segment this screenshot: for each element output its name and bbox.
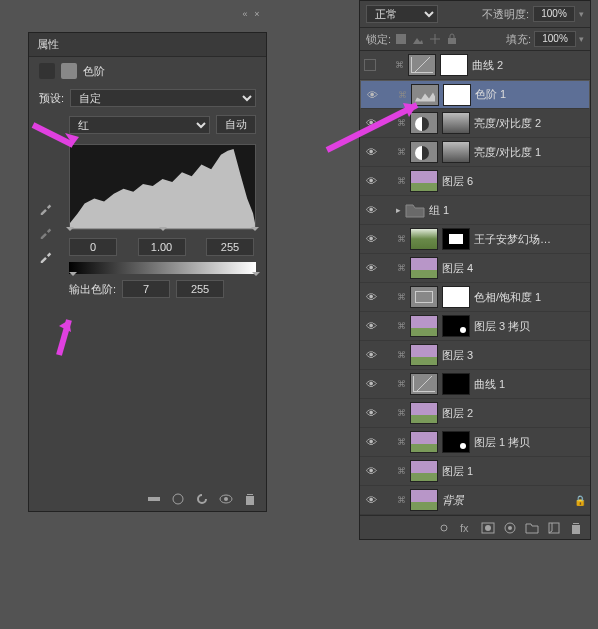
layer-thumbnail[interactable] bbox=[410, 431, 438, 453]
lock-image-icon[interactable] bbox=[411, 32, 425, 46]
visibility-toggle-icon[interactable]: 👁 bbox=[364, 348, 378, 362]
fill-field[interactable]: 100% bbox=[534, 31, 576, 47]
layer-row[interactable]: 👁⌘图层 3 拷贝 bbox=[360, 312, 590, 341]
layer-name[interactable]: 图层 1 拷贝 bbox=[474, 435, 530, 450]
visibility-toggle-icon[interactable]: 👁 bbox=[364, 174, 378, 188]
group-icon[interactable] bbox=[524, 520, 540, 536]
layer-mask-thumbnail[interactable] bbox=[442, 141, 470, 163]
black-point-eyedropper-icon[interactable] bbox=[39, 201, 53, 215]
trash-icon[interactable] bbox=[568, 520, 584, 536]
layer-row[interactable]: 👁⌘亮度/对比度 2 bbox=[360, 109, 590, 138]
reset-icon[interactable] bbox=[194, 491, 210, 507]
layer-mask-thumbnail[interactable] bbox=[442, 315, 470, 337]
layer-mask-thumbnail[interactable] bbox=[443, 84, 471, 106]
layer-row[interactable]: 👁⌘色相/饱和度 1 bbox=[360, 283, 590, 312]
layer-checkbox[interactable] bbox=[364, 59, 376, 71]
lock-position-icon[interactable] bbox=[428, 32, 442, 46]
layer-thumbnail[interactable] bbox=[410, 402, 438, 424]
layer-name[interactable]: 图层 2 bbox=[442, 406, 473, 421]
visibility-toggle-icon[interactable]: 👁 bbox=[364, 116, 378, 130]
mask-add-icon[interactable] bbox=[480, 520, 496, 536]
layer-row[interactable]: 👁⌘亮度/对比度 1 bbox=[360, 138, 590, 167]
visibility-toggle-icon[interactable]: 👁 bbox=[364, 464, 378, 478]
channel-select[interactable]: 红 bbox=[69, 116, 210, 134]
layer-row[interactable]: 👁▸组 1 bbox=[360, 196, 590, 225]
layer-mask-thumbnail[interactable] bbox=[442, 228, 470, 250]
layer-row[interactable]: ⌘曲线 2 bbox=[360, 51, 590, 80]
layer-row[interactable]: 👁⌘图层 2 bbox=[360, 399, 590, 428]
layer-name[interactable]: 亮度/对比度 2 bbox=[474, 116, 541, 131]
visibility-toggle-icon[interactable]: 👁 bbox=[365, 88, 379, 102]
layer-name[interactable]: 图层 6 bbox=[442, 174, 473, 189]
close-icon[interactable]: × bbox=[252, 9, 262, 19]
layer-mask-thumbnail[interactable] bbox=[442, 286, 470, 308]
visibility-toggle-icon[interactable]: 👁 bbox=[364, 232, 378, 246]
layer-row[interactable]: 👁⌘图层 4 bbox=[360, 254, 590, 283]
layer-name[interactable]: 曲线 2 bbox=[472, 58, 503, 73]
layer-mask-thumbnail[interactable] bbox=[442, 112, 470, 134]
visibility-icon[interactable] bbox=[218, 491, 234, 507]
visibility-toggle-icon[interactable]: 👁 bbox=[364, 290, 378, 304]
layer-name[interactable]: 王子安梦幻场… bbox=[474, 232, 551, 247]
opacity-field[interactable]: 100% bbox=[533, 6, 575, 22]
input-black-field[interactable]: 0 bbox=[69, 238, 117, 256]
layer-thumbnail[interactable] bbox=[408, 54, 436, 76]
fill-dropdown-icon[interactable]: ▾ bbox=[579, 34, 584, 44]
fx-icon[interactable]: fx bbox=[458, 520, 474, 536]
histogram-display[interactable] bbox=[69, 144, 256, 230]
preset-select[interactable]: 自定 bbox=[70, 89, 256, 107]
adjustment-add-icon[interactable] bbox=[502, 520, 518, 536]
layer-thumbnail[interactable] bbox=[410, 286, 438, 308]
group-expand-icon[interactable]: ▸ bbox=[396, 205, 401, 215]
output-black-field[interactable]: 7 bbox=[122, 280, 170, 298]
layer-row[interactable]: 👁⌘图层 1 bbox=[360, 457, 590, 486]
layer-name[interactable]: 亮度/对比度 1 bbox=[474, 145, 541, 160]
lock-transparent-icon[interactable] bbox=[394, 32, 408, 46]
layer-thumbnail[interactable] bbox=[410, 170, 438, 192]
output-white-field[interactable]: 255 bbox=[176, 280, 224, 298]
layer-row[interactable]: 👁⌘色阶 1 bbox=[360, 80, 590, 109]
visibility-toggle-icon[interactable]: 👁 bbox=[364, 493, 378, 507]
output-white-slider[interactable] bbox=[252, 272, 260, 280]
output-gradient[interactable] bbox=[69, 262, 256, 274]
layer-thumbnail[interactable] bbox=[410, 344, 438, 366]
visibility-toggle-icon[interactable]: 👁 bbox=[364, 203, 378, 217]
white-point-eyedropper-icon[interactable] bbox=[39, 249, 53, 263]
input-gamma-field[interactable]: 1.00 bbox=[138, 238, 186, 256]
layer-row[interactable]: 👁⌘图层 6 bbox=[360, 167, 590, 196]
layer-thumbnail[interactable] bbox=[410, 257, 438, 279]
visibility-toggle-icon[interactable]: 👁 bbox=[364, 261, 378, 275]
lock-all-icon[interactable] bbox=[445, 32, 459, 46]
output-black-slider[interactable] bbox=[69, 272, 77, 280]
layer-name[interactable]: 图层 3 拷贝 bbox=[474, 319, 530, 334]
layer-name[interactable]: 组 1 bbox=[429, 203, 449, 218]
layer-row[interactable]: 👁⌘图层 1 拷贝 bbox=[360, 428, 590, 457]
visibility-toggle-icon[interactable]: 👁 bbox=[364, 145, 378, 159]
blend-mode-select[interactable]: 正常 bbox=[366, 5, 438, 23]
input-white-field[interactable]: 255 bbox=[206, 238, 254, 256]
layer-row[interactable]: 👁⌘背景🔒 bbox=[360, 486, 590, 515]
visibility-toggle-icon[interactable]: 👁 bbox=[364, 319, 378, 333]
layer-thumbnail[interactable] bbox=[410, 228, 438, 250]
levels-adjustment-icon[interactable] bbox=[39, 63, 55, 79]
layer-thumbnail[interactable] bbox=[410, 489, 438, 511]
layer-mask-thumbnail[interactable] bbox=[440, 54, 468, 76]
layer-row[interactable]: 👁⌘曲线 1 bbox=[360, 370, 590, 399]
layer-name[interactable]: 图层 1 bbox=[442, 464, 473, 479]
layer-mask-thumbnail[interactable] bbox=[442, 373, 470, 395]
layer-thumbnail[interactable] bbox=[410, 112, 438, 134]
auto-button[interactable]: 自动 bbox=[216, 115, 256, 134]
midtone-slider[interactable] bbox=[159, 227, 167, 235]
new-layer-icon[interactable] bbox=[546, 520, 562, 536]
layer-name[interactable]: 曲线 1 bbox=[474, 377, 505, 392]
collapse-icon[interactable]: « bbox=[240, 9, 250, 19]
link-layers-icon[interactable] bbox=[436, 520, 452, 536]
layer-thumbnail[interactable] bbox=[410, 315, 438, 337]
delete-icon[interactable] bbox=[242, 491, 258, 507]
layer-name[interactable]: 色相/饱和度 1 bbox=[474, 290, 541, 305]
layer-mask-thumbnail[interactable] bbox=[442, 431, 470, 453]
layer-row[interactable]: 👁⌘王子安梦幻场… bbox=[360, 225, 590, 254]
layer-row[interactable]: 👁⌘图层 3 bbox=[360, 341, 590, 370]
visibility-toggle-icon[interactable]: 👁 bbox=[364, 406, 378, 420]
layer-thumbnail[interactable] bbox=[410, 373, 438, 395]
